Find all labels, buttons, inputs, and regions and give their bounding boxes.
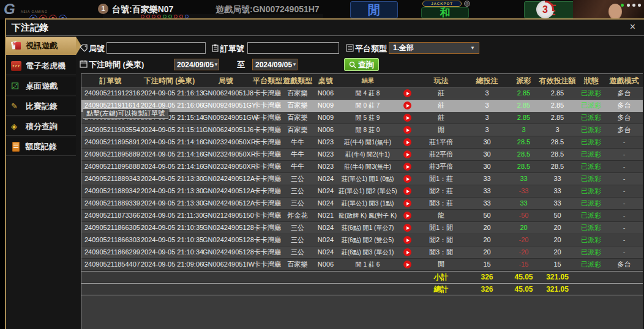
play-video-icon[interactable]: [403, 89, 411, 97]
cell-mode: -: [605, 136, 643, 148]
platform-filter-label: 平台類型: [355, 43, 387, 54]
play-video-icon[interactable]: [403, 261, 411, 268]
close-icon[interactable]: ×: [630, 22, 635, 32]
table-row[interactable]: 2409052118958892024-09-05 21:14:16GN0232…: [81, 149, 643, 161]
cell-order: 240905211903554: [81, 124, 140, 136]
play-video-icon[interactable]: [403, 126, 411, 134]
cell-status: 已派彩: [577, 246, 605, 258]
sidebar-item-label: 比賽記錄: [26, 101, 58, 112]
cell-play_btn: [397, 272, 418, 283]
dealer-face: [608, 4, 622, 20]
play-video-icon[interactable]: [403, 175, 411, 183]
bet-zone-player[interactable]: 閒: [350, 1, 398, 18]
dialog-header: 下注記錄 ×: [6, 20, 644, 36]
play-video-icon[interactable]: [403, 236, 411, 244]
header-cell: 訂單號: [81, 74, 140, 87]
cell-payout: -33: [510, 185, 537, 197]
cell-result: [339, 284, 397, 295]
cell-tbl: N024: [313, 185, 339, 197]
header-cell: 結果: [339, 74, 397, 87]
play-video-icon[interactable]: [403, 150, 411, 158]
cell-game: 三公: [282, 173, 313, 185]
cell-tbl: N023: [313, 161, 339, 172]
cell-time: 2024-09-05 21:15:11: [140, 124, 199, 136]
cell-status: 已派彩: [577, 136, 605, 148]
order-input[interactable]: [247, 42, 339, 54]
sidebar-item-label: 桌面遊戲: [26, 81, 58, 92]
cell-mode: [605, 284, 643, 295]
cell-tbl: N024: [313, 234, 339, 246]
bet-zone-tie[interactable]: 和: [421, 7, 469, 18]
cell-mode: -: [605, 161, 643, 172]
table-row[interactable]: 2409052119123162024-09-05 21:16:13GN0062…: [81, 87, 643, 100]
cell-time: 2024-09-05 21:09:06: [140, 259, 199, 270]
round-input[interactable]: [107, 42, 206, 54]
copy-order-tooltip: 點擊(左鍵)可以複製訂單號: [83, 108, 168, 119]
play-video-icon[interactable]: [403, 114, 411, 122]
cell-game: 百家樂: [282, 259, 313, 270]
cell-time: 2024-09-05 21:10:35: [140, 222, 199, 234]
cell-platform: 卡卡灣廳: [253, 124, 282, 136]
table-row[interactable]: 2409052118893422024-09-05 21:13:30GN0242…: [81, 185, 643, 198]
cell-platform: 卡卡灣廳: [253, 259, 282, 270]
play-video-icon[interactable]: [403, 163, 411, 171]
table-row[interactable]: 2409052118893392024-09-05 21:13:30GN0242…: [81, 198, 643, 210]
table-row[interactable]: 2409052118958882024-09-05 21:14:16GN0232…: [81, 161, 643, 173]
cards-icon: 9: [11, 41, 21, 51]
date-from-select[interactable]: 2024/09/05 ▼: [174, 59, 219, 70]
cell-result: 莊(單公1) 閒1 (0點): [339, 173, 397, 185]
dialog-title: 下注記錄: [12, 22, 48, 34]
cell-time: [140, 284, 199, 295]
sidebar-item-label: 積分查詢: [26, 121, 58, 132]
cell-valid: 50: [537, 210, 577, 221]
sidebar-item-slots[interactable]: 777 電子老虎機: [6, 57, 76, 75]
jackpot-help-icon[interactable]: ?: [464, 1, 470, 7]
cell-tbl: N006: [313, 87, 339, 99]
table-row[interactable]: 2409052118958912024-09-05 21:14:16GN0232…: [81, 136, 643, 149]
cell-mode: -: [605, 222, 643, 234]
header-cell: 遊戲類型: [282, 74, 313, 87]
sidebar-item-video-games[interactable]: 9 視訊遊戲: [6, 37, 76, 55]
cell-game: 牛牛: [282, 136, 313, 148]
play-video-icon[interactable]: [403, 102, 411, 109]
table-row[interactable]: 2409052118893432024-09-05 21:13:30GN0242…: [81, 173, 643, 185]
cell-result: 閒 4 莊 8: [339, 87, 397, 99]
cell-bet: 326: [464, 272, 510, 283]
sidebar-item-match-records[interactable]: ✎ 比賽記錄: [6, 97, 76, 116]
table-row[interactable]: 2409052118663032024-09-05 21:10:35GN0242…: [81, 234, 643, 246]
cell-time: 2024-09-05 21:16:13: [140, 87, 199, 99]
cell-platform: [253, 284, 282, 295]
play-video-icon[interactable]: [403, 187, 411, 195]
cell-tbl: [313, 272, 339, 283]
table-row[interactable]: 2409052119035542024-09-05 21:15:11GN0062…: [81, 124, 643, 136]
platform-select[interactable]: 1.全部 ▼: [389, 42, 479, 54]
cell-valid: 3: [537, 124, 577, 136]
cell-mode: -: [605, 210, 643, 221]
table-row[interactable]: 2409052118663052024-09-05 21:10:35GN0242…: [81, 222, 643, 234]
table-row[interactable]: 2409052118662992024-09-05 21:10:34GN0242…: [81, 246, 643, 259]
sidebar-item-table-games[interactable]: ⚂ 桌面遊戲: [6, 77, 76, 95]
cell-mode: 多台: [605, 259, 643, 270]
cell-round: GN0242490512A: [199, 173, 253, 185]
sidebar-item-quota-records[interactable]: 額度記錄: [6, 138, 76, 156]
cell-game: 牛牛: [282, 161, 313, 172]
cell-play_btn: [397, 234, 418, 246]
play-video-icon[interactable]: [403, 199, 411, 207]
table-row[interactable]: 2409052118733662024-09-05 21:11:30GN0212…: [81, 210, 643, 222]
play-video-icon[interactable]: [403, 248, 411, 256]
cell-valid: 28.5: [537, 149, 577, 160]
jackpot-badge: JACKPOT: [422, 1, 462, 7]
cell-status: 已派彩: [577, 161, 605, 172]
cell-status: 已派彩: [577, 210, 605, 221]
date-to-value: 2024/09/05: [255, 61, 292, 69]
table-row[interactable]: 2409052118544072024-09-05 21:09:06GN0062…: [81, 259, 643, 271]
header-cell: 有效投注額: [537, 74, 577, 87]
query-button[interactable]: 查詢: [344, 58, 379, 71]
to-label: 至: [237, 59, 245, 70]
play-video-icon[interactable]: [403, 138, 411, 146]
sidebar-item-points-query[interactable]: ◈ 積分查詢: [6, 117, 76, 136]
cell-tbl: N006: [313, 124, 339, 136]
date-to-select[interactable]: 2024/09/05 ▼: [252, 59, 298, 70]
play-video-icon[interactable]: [403, 224, 411, 232]
play-video-icon[interactable]: [403, 212, 411, 220]
